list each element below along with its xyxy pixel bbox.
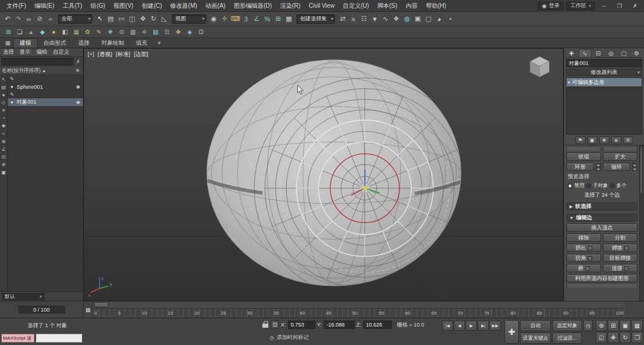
use-pivot-point-icon[interactable]: ◉ <box>209 14 219 24</box>
strip-display-bones-icon[interactable]: ∠ <box>1 147 5 152</box>
zoom-region-icon[interactable]: ◱ <box>596 332 607 343</box>
soft-selection-rollout[interactable]: ▶ 软选择 <box>566 203 637 210</box>
remove-modifier-icon[interactable]: ⊗ <box>611 136 621 144</box>
zoom-icon[interactable]: ⊕ <box>596 320 607 331</box>
window-crossing-icon[interactable]: ◫ <box>127 14 137 24</box>
secondary-tool-icon[interactable]: ▧ <box>151 27 160 37</box>
utilities-tab[interactable]: ⚙ <box>631 49 643 57</box>
menu-item[interactable]: 帮助(H) <box>422 0 450 11</box>
menu-item[interactable]: 文件(F) <box>2 0 30 11</box>
explorer-preset-dropdown[interactable]: 默认▾ <box>2 293 45 300</box>
make-unique-icon[interactable]: ❖ <box>599 136 609 144</box>
select-by-name-icon[interactable]: ▤ <box>106 14 116 24</box>
ribbon-tab[interactable]: 选择 <box>72 38 95 48</box>
create-tab[interactable]: ✚ <box>565 49 578 57</box>
preview-multiple-radio[interactable] <box>610 184 615 188</box>
signin-button[interactable]: ◉ 登录 <box>538 2 564 10</box>
create-shape-button[interactable]: 利用所选内容创建图形 <box>566 274 637 282</box>
clipped-button[interactable] <box>603 147 637 151</box>
next-frame-button[interactable]: ▶| <box>478 321 489 331</box>
ribbon-toggle-icon[interactable]: ▼ <box>370 14 380 24</box>
named-selection-sets-dropdown[interactable]: 创建选择集 <box>296 14 335 24</box>
go-to-start-button[interactable]: |◀ <box>442 321 453 331</box>
secondary-tool-icon[interactable]: ✿ <box>83 27 92 37</box>
mini-curve-editor-button[interactable]: ▦ <box>83 302 93 318</box>
display-tab[interactable]: ▢ <box>618 49 630 57</box>
loop-spinner[interactable]: ▲▼ <box>632 163 637 171</box>
list-item[interactable]: ✎ <box>8 75 83 83</box>
previous-frame-button[interactable]: ◀ <box>454 321 465 331</box>
scrollbar-thumb[interactable] <box>640 147 643 194</box>
key-filters-button[interactable]: 过滤器... <box>552 332 582 344</box>
ribbon-tab[interactable]: 建模 <box>13 38 38 48</box>
viewcube[interactable] <box>526 54 553 80</box>
secondary-tool-icon[interactable]: ▦ <box>72 27 81 37</box>
secondary-tool-icon[interactable]: ✥ <box>174 27 183 37</box>
ring-spinner[interactable]: ▲▼ <box>596 163 601 171</box>
schematic-view-icon[interactable]: ❖ <box>391 14 401 24</box>
select-and-scale-icon[interactable]: ◺ <box>159 14 169 24</box>
auto-key-button[interactable]: 自动 <box>520 320 551 331</box>
frame-readout[interactable]: 0 / 100 <box>18 306 65 313</box>
bind-to-space-warp-icon[interactable]: ≈ <box>45 14 55 24</box>
secondary-tool-icon[interactable]: ☷ <box>162 27 172 37</box>
viewport-canvas[interactable] <box>84 49 563 300</box>
maxscript-mini-listener[interactable]: MAXScript 迷 <box>1 334 35 343</box>
snaps-toggle-icon[interactable]: 3 <box>241 14 251 24</box>
close-icon[interactable]: ✗ <box>75 59 82 64</box>
preview-disabled-radio[interactable] <box>568 184 572 188</box>
undo-icon[interactable]: ↶ <box>2 14 13 24</box>
menu-item[interactable]: 脚本(S) <box>373 0 401 11</box>
zoom-all-icon[interactable]: ⊞ <box>608 320 619 331</box>
connect-button[interactable]: 连接 <box>603 264 637 272</box>
menu-item[interactable]: 工具(T) <box>58 0 86 11</box>
modify-tab[interactable]: ∿ <box>578 49 592 57</box>
curve-editor-icon[interactable]: ∿ <box>380 14 391 24</box>
settings-icon[interactable] <box>588 256 592 260</box>
ribbon-more-icon[interactable]: ▼ <box>153 41 165 46</box>
strip-display-groups-icon[interactable]: ⊞ <box>2 139 6 144</box>
secondary-tool-icon[interactable]: ❖ <box>106 27 115 37</box>
strip-display-shapes-icon[interactable]: ◇ <box>2 100 5 105</box>
strip-display-frozen-icon[interactable]: ❄ <box>2 162 6 167</box>
ribbon-tab[interactable]: 填充 <box>130 38 153 48</box>
ribbon-tab[interactable]: 对象绘制 <box>95 38 130 48</box>
set-key-button[interactable]: 设置关键点 <box>520 332 551 344</box>
preview-subobject-radio[interactable] <box>586 184 591 188</box>
secondary-tool-icon[interactable]: ◆ <box>38 27 47 37</box>
strip-lock-icon[interactable]: ▣ <box>1 170 6 175</box>
visibility-eye-icon[interactable]: ◉ <box>75 84 82 89</box>
freeze-column-icon[interactable]: ❄ <box>74 68 81 73</box>
maximize-viewport-icon[interactable]: ❐ <box>631 332 643 343</box>
menu-item[interactable]: 自定义(U) <box>339 0 373 11</box>
percent-snap-icon[interactable]: % <box>262 14 273 24</box>
y-coordinate-field[interactable]: -16.088 <box>324 321 355 329</box>
strip-select-icon[interactable]: ↖ <box>2 77 6 82</box>
explorer-column-header[interactable]: 名称(按升序排序) ▲ ❄ <box>0 67 83 75</box>
list-item[interactable]: ● Sphere001 ◉ <box>8 83 83 91</box>
menu-item[interactable]: 内容 <box>401 0 422 11</box>
layer-manager-icon[interactable]: ☷ <box>359 14 369 24</box>
explorer-menu-item[interactable]: 编辑 <box>33 48 50 56</box>
strip-display-containers-icon[interactable]: ⊡ <box>2 154 6 160</box>
secondary-tool-icon[interactable]: ◈ <box>185 27 194 37</box>
set-keys-button[interactable]: ✚ <box>504 320 519 344</box>
ribbon-tab[interactable]: 自由形式 <box>38 38 72 48</box>
secondary-tool-icon[interactable]: ❏ <box>15 27 24 37</box>
loop-button[interactable]: 循环 <box>603 163 630 171</box>
render-setup-icon[interactable]: ▣ <box>413 14 423 24</box>
remove-button[interactable]: 移除 <box>566 234 601 242</box>
settings-icon[interactable] <box>624 266 628 271</box>
expand-arrow-icon[interactable]: ▸ <box>568 80 571 85</box>
extrude-button[interactable]: 挤出 <box>566 244 601 252</box>
menu-item[interactable]: 图形编辑器(D) <box>230 0 276 11</box>
time-slider-handle[interactable] <box>94 302 109 307</box>
secondary-tool-icon[interactable]: ✎ <box>94 27 104 37</box>
bridge-button[interactable]: 桥 <box>566 264 601 272</box>
selection-filter-dropdown[interactable]: 全部 <box>58 14 92 24</box>
ribbon-config-icon[interactable]: ▦ <box>2 40 13 46</box>
explorer-search-input[interactable] <box>1 58 73 66</box>
orbit-icon[interactable]: ↻ <box>620 332 631 343</box>
close-button[interactable]: ✗ <box>628 2 642 10</box>
clipped-button[interactable] <box>566 147 601 151</box>
